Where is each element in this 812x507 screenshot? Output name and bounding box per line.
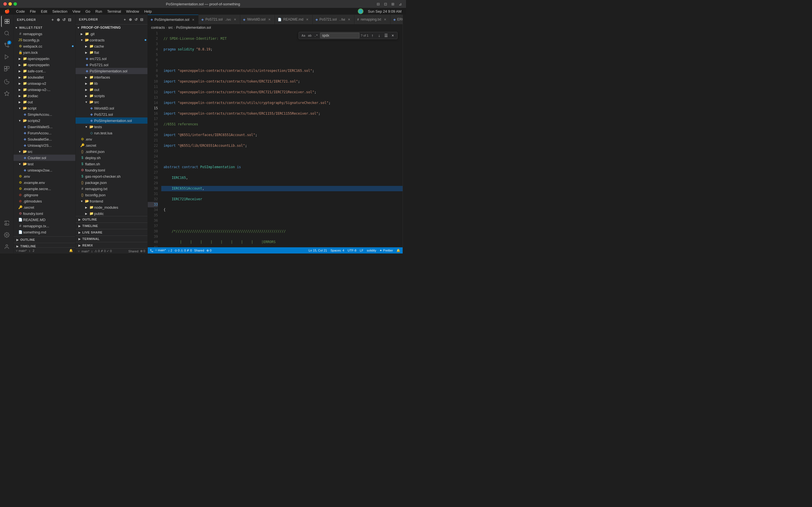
tree-item-public[interactable]: 📁 public [75, 210, 147, 216]
tree-item-example-env[interactable]: ⚙ .example.env [13, 179, 75, 186]
menu-go[interactable]: Go [83, 9, 93, 14]
new-folder-btn[interactable]: ⊕ [56, 17, 61, 22]
tab-close-btn[interactable]: × [267, 17, 272, 22]
collapse-btn2[interactable]: ⊟ [140, 17, 144, 22]
search-next-btn[interactable]: ↓ [376, 33, 382, 38]
tree-item-interfaces[interactable]: 📁 interfaces [75, 74, 147, 80]
minimize-button[interactable] [8, 2, 12, 6]
tab-close-btn[interactable]: × [305, 17, 310, 22]
split-icon[interactable]: ⊡ [383, 1, 388, 6]
tree-item-deploy-sh[interactable]: $ deploy.sh [75, 155, 147, 161]
tree-item-cache[interactable]: 📁 cache [75, 43, 147, 49]
extensions-activity-btn[interactable] [1, 63, 12, 74]
tree-item-gas-report[interactable]: $ gas-report-checker.sh [75, 173, 147, 179]
tree-item-posimpl-src[interactable]: ◆ PoSImplementation.sol [75, 117, 147, 124]
menu-view[interactable]: View [70, 9, 83, 14]
minimap-scrollbar[interactable] [403, 15, 406, 253]
tree-item-test-folder[interactable]: 📂 test [13, 161, 75, 167]
shared-label[interactable]: Shared [128, 249, 138, 253]
tab-close-btn[interactable]: × [347, 17, 351, 22]
project-root-item[interactable]: PROOF-OF-SOMETHING [75, 24, 147, 31]
run-debug-activity-btn[interactable] [1, 51, 12, 62]
tree-item-src-contracts[interactable]: 📂 src [75, 99, 147, 105]
tree-item-env2[interactable]: ⚙ .env [75, 136, 147, 142]
port-count[interactable]: ⊕ 0 [140, 249, 145, 253]
timeline-header[interactable]: TIMELINE [13, 243, 75, 247]
tree-item-foundry-toml[interactable]: ⚙ foundry.toml [75, 167, 147, 173]
maximize-button[interactable] [13, 2, 17, 6]
tree-item-out[interactable]: 📁 out [13, 99, 75, 105]
sync-arrows[interactable]: ↕ [91, 249, 93, 253]
tree-item-git[interactable]: 📁 .git [75, 31, 147, 37]
tree-item-gitmodules[interactable]: ⊘ .gitmodules [13, 198, 75, 204]
tree-item-uniswapv2sw[interactable]: ◆ uniswapv2sw... [13, 167, 75, 173]
breadcrumb-src[interactable]: src [168, 25, 173, 30]
tree-item-lib[interactable]: 📁 lib [75, 80, 147, 87]
tree-item-out-contracts[interactable]: 📁 out [75, 87, 147, 93]
branch-name[interactable]: main* [82, 249, 89, 253]
account-activity-btn[interactable] [1, 241, 12, 252]
status-shared[interactable]: Shared [194, 249, 204, 252]
status-line-ending[interactable]: LF [360, 249, 363, 252]
terminal-header[interactable]: TERMINAL [75, 236, 147, 242]
tree-item-solhint[interactable]: {} .solhint.json [75, 149, 147, 155]
status-cursor[interactable]: Ln 15, Col 21 [308, 249, 327, 252]
tree-item-script[interactable]: 📂 script [13, 105, 75, 111]
tree-item-readme[interactable]: 📄 README.MD [13, 217, 75, 223]
tree-item-remappings[interactable]: # remappings [13, 31, 75, 37]
tree-item-gitignore[interactable]: ⊘ .gitignore [13, 192, 75, 198]
status-sync[interactable]: ↕ 2 [168, 249, 172, 252]
tree-item-iworldid[interactable]: ◆ IWorldID.sol [75, 105, 147, 111]
new-file-btn[interactable]: + [50, 17, 55, 22]
remix-header-2[interactable]: REMIX [75, 242, 147, 248]
tree-item-pos721[interactable]: ◆ PoS721.sol [75, 62, 147, 68]
tree-item-tsconfig-json[interactable]: {} tsconfig.json [75, 192, 147, 198]
tree-item-env[interactable]: ⚙ .env [13, 173, 75, 179]
breadcrumb-file[interactable]: PoSImplementation.sol [176, 25, 211, 30]
tree-item-uniswap-v2[interactable]: 📁 uniswap-v2 [13, 80, 75, 87]
tree-item-src[interactable]: 📂 src [13, 149, 75, 155]
tree-item-scripts-contracts[interactable]: 📁 scripts [75, 93, 147, 99]
status-notifications[interactable]: 🔔 [396, 249, 400, 252]
tree-item-posimpl-contracts[interactable]: ◆ PoSImplementation.sol [75, 68, 147, 74]
code-editor[interactable]: 1 2 3 4 5 6 7 8 9 10 11 12 13 14 [148, 31, 403, 247]
refresh-btn[interactable]: ↺ [62, 17, 66, 22]
wallet-test-root[interactable]: WALLET-TEST [13, 24, 75, 31]
notifications-dot[interactable]: 🔔 [69, 249, 73, 252]
test-activity-btn[interactable] [1, 217, 12, 229]
timeline-header-2[interactable]: TIMELINE [75, 223, 147, 229]
status-errors[interactable]: ⊙ 0 ⚠ 0 ✗ 0 [174, 249, 192, 252]
git-branch-info[interactable]: ⑂ main* [16, 249, 27, 252]
refresh-btn2[interactable]: ↺ [134, 17, 139, 22]
tree-item-node-modules[interactable]: 📁 node_modules [75, 204, 147, 210]
sync-icon[interactable]: ↕ [29, 249, 31, 252]
tree-item-flat[interactable]: 📁 flat [75, 49, 147, 55]
status-formatter[interactable]: ✦ Prettier [379, 249, 393, 252]
status-encoding[interactable]: UTF-8 [348, 249, 356, 252]
tab-readme[interactable]: 📄 README.md × [275, 15, 313, 24]
tree-item-something-md[interactable]: 📄 something.md [13, 229, 75, 235]
explorer-activity-btn[interactable] [1, 16, 12, 27]
menu-code[interactable]: Code [14, 9, 27, 14]
tree-item-secret[interactable]: 🔑 .secret [13, 204, 75, 210]
tree-item-tsconfig[interactable]: JS tsconfig.js [13, 37, 75, 43]
collapse-btn[interactable]: ⊟ [67, 17, 72, 22]
tree-item-contracts[interactable]: 📂 contracts [75, 37, 147, 43]
tree-item-frontend[interactable]: 📂 frontend [75, 198, 147, 204]
search-close-btn[interactable]: × [390, 33, 396, 38]
source-control-activity-btn[interactable]: 2 [1, 40, 12, 51]
tree-item-webpack[interactable]: ⚙ webpack.cc [13, 43, 75, 49]
search-prev-btn[interactable]: ↑ [370, 33, 375, 38]
tree-item-remappings-txt[interactable]: # remappings.tx... [13, 223, 75, 229]
tree-item-zodiac[interactable]: 📁 zodiac [13, 93, 75, 99]
match-word-btn[interactable]: ab [307, 34, 313, 38]
tree-item-remapping-txt[interactable]: # remapping.txt [75, 186, 147, 192]
new-folder-btn2[interactable]: ⊕ [128, 17, 133, 22]
tree-item-yarn[interactable]: 🔒 yarn.lock [13, 49, 75, 55]
search-activity-btn[interactable] [1, 27, 12, 39]
menu-help[interactable]: Help [142, 9, 154, 14]
tab-close-btn[interactable]: × [383, 17, 388, 22]
tree-item-counter-sol[interactable]: ◆ Counter.sol [13, 155, 75, 161]
tab-remapping[interactable]: # remapping.txt × [354, 15, 391, 24]
status-spaces[interactable]: Spaces: 4 [331, 249, 344, 252]
